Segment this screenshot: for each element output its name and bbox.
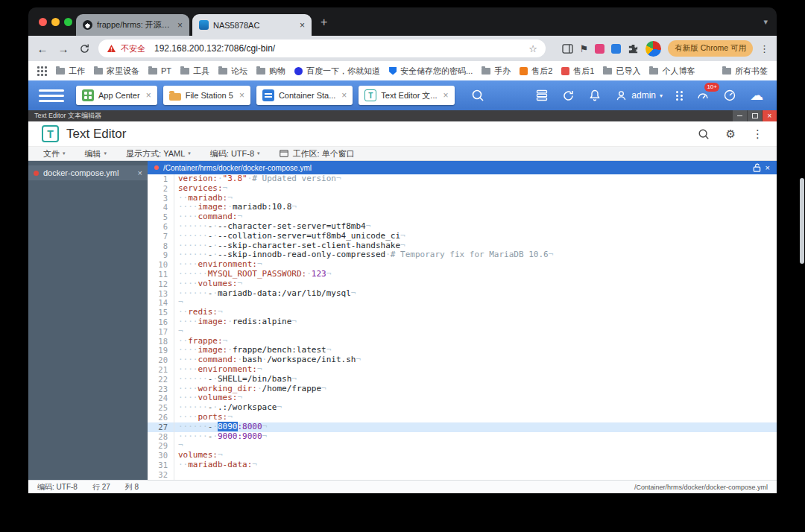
bookmark-item[interactable]: 安全储存您的密码... bbox=[389, 66, 473, 77]
forward-button[interactable]: → bbox=[57, 42, 70, 55]
window-maximize-button[interactable] bbox=[748, 110, 762, 121]
code-line[interactable]: ······-·9000:9000¬ bbox=[174, 432, 777, 442]
code-line[interactable]: ····working_dir:·/home/frappe¬ bbox=[174, 384, 777, 394]
code-line[interactable]: ····image:·mariadb:10.8¬ bbox=[174, 203, 777, 212]
code-editor[interactable]: 1234567891011121314151617181920212223242… bbox=[148, 174, 777, 480]
refresh-icon[interactable] bbox=[562, 89, 575, 102]
bookmark-item[interactable]: 个人博客 bbox=[649, 66, 695, 77]
code-line[interactable]: ··mariadb-data:¬ bbox=[174, 460, 777, 470]
close-icon[interactable]: × bbox=[300, 21, 305, 30]
search-icon[interactable] bbox=[698, 128, 710, 140]
bookmark-item[interactable]: PT bbox=[148, 66, 171, 75]
stacked-tasks-icon[interactable] bbox=[535, 89, 549, 102]
browser-tab-nas[interactable]: NAS5878AC × bbox=[192, 14, 312, 36]
close-icon[interactable]: × bbox=[177, 21, 183, 30]
settings-gear-icon[interactable]: ⚙ bbox=[726, 128, 736, 139]
taskbar-app-container[interactable]: Container Sta...× bbox=[256, 86, 353, 105]
taskbar-app-texteditor[interactable]: TText Editor 文...× bbox=[359, 86, 454, 105]
new-tab-button[interactable]: + bbox=[321, 16, 327, 28]
code-line[interactable]: ¬ bbox=[174, 441, 777, 451]
code-line[interactable]: ····command:·bash·/workspace/init.sh¬ bbox=[174, 355, 777, 365]
code-line[interactable]: ¬ bbox=[174, 298, 777, 308]
main-menu-icon[interactable] bbox=[39, 89, 64, 102]
code-lines[interactable]: version:·"3.8"·# Updated version¬service… bbox=[174, 174, 777, 480]
code-line[interactable]: services:¬ bbox=[174, 184, 777, 194]
browser-tab-frappe[interactable]: frappe/hrms: 开源人力资源和 × bbox=[76, 14, 189, 36]
code-line[interactable]: ······MYSQL_ROOT_PASSWORD:·123¬ bbox=[174, 270, 777, 279]
code-token: /home/frappe bbox=[262, 384, 321, 393]
unlock-icon[interactable] bbox=[753, 163, 761, 172]
code-line[interactable] bbox=[174, 470, 777, 480]
apps-grid-icon[interactable] bbox=[37, 66, 47, 76]
menu-display-mode[interactable]: 显示方式: YAML ▾ bbox=[126, 148, 191, 159]
profile-avatar[interactable] bbox=[645, 41, 661, 57]
file-tab-bar[interactable]: /Container/hrms/docker/docker-compose.ym… bbox=[148, 161, 777, 174]
menu-file[interactable]: 文件 ▾ bbox=[43, 148, 66, 159]
bookmark-item[interactable]: 家里设备 bbox=[94, 66, 139, 77]
resource-gauge-icon[interactable]: 10+ bbox=[696, 89, 710, 102]
search-icon[interactable] bbox=[471, 89, 484, 102]
mac-minimize-button[interactable] bbox=[51, 18, 60, 26]
reload-button[interactable] bbox=[78, 43, 91, 54]
bookmark-item[interactable]: 已导入 bbox=[603, 66, 640, 77]
editor-scrollbar[interactable] bbox=[799, 174, 805, 480]
close-icon[interactable]: × bbox=[443, 90, 449, 101]
address-bar[interactable]: 不安全 192.168.200.132:7086/cgi-bin/ ☆ bbox=[98, 39, 546, 57]
extension-pink-icon[interactable] bbox=[595, 44, 604, 54]
code-line[interactable]: version:·"3.8"·# Updated version¬ bbox=[174, 174, 777, 184]
speedometer-icon[interactable] bbox=[723, 89, 736, 102]
menu-encoding[interactable]: 编码: UTF-8 ▾ bbox=[210, 148, 260, 159]
menu-edit[interactable]: 编辑 ▾ bbox=[85, 148, 107, 159]
close-icon[interactable]: × bbox=[138, 168, 142, 177]
code-token: ······ bbox=[178, 422, 208, 431]
extensions-puzzle-icon[interactable] bbox=[628, 43, 639, 54]
code-line[interactable]: ····image:·redis:alpine¬ bbox=[174, 317, 777, 327]
notifications-bell-icon[interactable] bbox=[588, 89, 602, 102]
user-menu[interactable]: admin ▾ bbox=[615, 89, 663, 102]
editor-window-titlebar[interactable]: Text Editor 文本编辑器 × bbox=[28, 110, 777, 121]
bookmark-item[interactable]: 百度一下，你就知道 bbox=[294, 66, 380, 77]
bookmark-star-icon[interactable]: ☆ bbox=[528, 43, 537, 54]
extension-blue-icon[interactable] bbox=[611, 44, 621, 54]
more-menu-kebab-icon[interactable]: ⋮ bbox=[752, 128, 763, 139]
browser-menu-kebab-icon[interactable]: ⋮ bbox=[760, 44, 769, 54]
code-line[interactable]: volumes:¬ bbox=[174, 451, 777, 460]
taskbar-app-appcenter[interactable]: App Center× bbox=[76, 86, 157, 105]
security-label[interactable]: 不安全 bbox=[121, 43, 145, 54]
side-panel-icon[interactable] bbox=[562, 44, 573, 54]
bookmark-item[interactable]: 购物 bbox=[256, 66, 285, 77]
window-minimize-button[interactable] bbox=[733, 110, 747, 121]
bookmark-item[interactable]: 工作 bbox=[56, 66, 85, 77]
close-icon[interactable]: × bbox=[239, 90, 244, 101]
dsm-taskbar: App Center×File Station 5×Container Sta.… bbox=[28, 80, 777, 110]
mac-fullscreen-button[interactable] bbox=[64, 18, 72, 26]
scrollbar-thumb[interactable] bbox=[800, 178, 804, 264]
flag-icon[interactable]: ⚑ bbox=[580, 44, 589, 54]
cloud-icon[interactable]: ☁ bbox=[750, 89, 763, 102]
back-button[interactable]: ← bbox=[36, 42, 49, 55]
chrome-update-button[interactable]: 有新版 Chrome 可用 bbox=[668, 40, 753, 57]
mac-close-button[interactable] bbox=[39, 18, 47, 26]
bookmark-item[interactable]: 售后1 bbox=[561, 66, 594, 77]
code-line[interactable]: ······-·--skip-innodb-read-only-compress… bbox=[174, 250, 777, 260]
close-icon[interactable]: × bbox=[341, 90, 347, 101]
close-icon[interactable]: × bbox=[765, 163, 770, 172]
widgets-dots-icon[interactable] bbox=[676, 91, 683, 101]
bookmark-item[interactable]: 售后2 bbox=[520, 66, 552, 77]
code-line[interactable]: ¬ bbox=[174, 327, 777, 337]
code-line[interactable]: ······-·.:/workspace¬ bbox=[174, 403, 777, 413]
url-text[interactable]: 192.168.200.132:7086/cgi-bin/ bbox=[154, 43, 524, 54]
bookmark-item[interactable]: 手办 bbox=[482, 66, 511, 77]
close-icon[interactable]: × bbox=[146, 90, 151, 101]
all-bookmarks-button[interactable]: 所有书签 bbox=[722, 66, 768, 77]
bookmark-item[interactable]: 论坛 bbox=[218, 66, 247, 77]
taskbar-app-filestation[interactable]: File Station 5× bbox=[163, 86, 250, 105]
code-token: redis: bbox=[188, 307, 218, 317]
code-token: --collation-server=utf8mb4_unicode_ci bbox=[218, 231, 400, 241]
bookmark-item[interactable]: 工具 bbox=[180, 66, 209, 77]
tab-search-chevron-icon[interactable]: ▾ bbox=[763, 18, 768, 26]
code-line[interactable]: ······-·mariadb-data:/var/lib/mysql¬ bbox=[174, 289, 777, 299]
open-file-item[interactable]: docker-compose.yml × bbox=[28, 165, 148, 180]
menu-workspace[interactable]: 工作区: 单个窗口 bbox=[280, 148, 355, 159]
window-close-button[interactable]: × bbox=[763, 110, 777, 121]
